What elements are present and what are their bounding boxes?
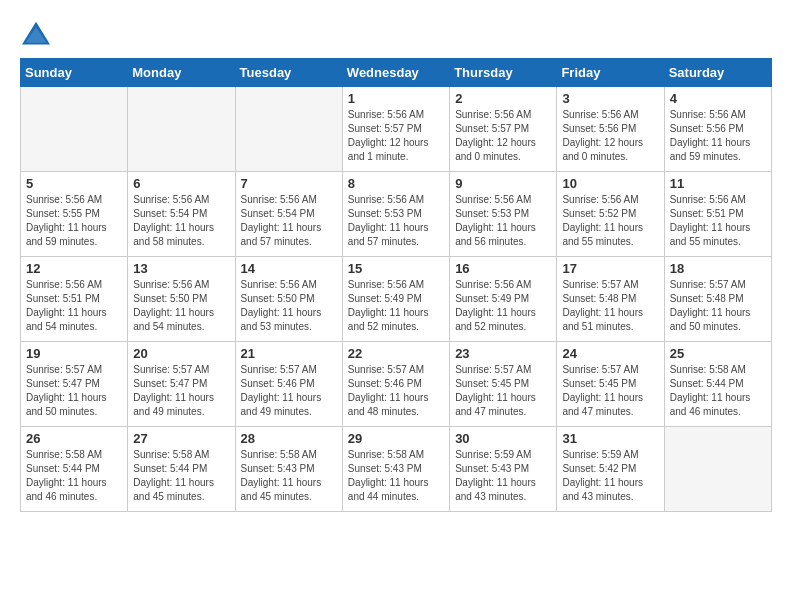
day-number: 14	[241, 261, 337, 276]
day-number: 5	[26, 176, 122, 191]
day-info: Sunrise: 5:58 AM Sunset: 5:44 PM Dayligh…	[670, 363, 766, 419]
day-info: Sunrise: 5:56 AM Sunset: 5:52 PM Dayligh…	[562, 193, 658, 249]
day-number: 3	[562, 91, 658, 106]
day-info: Sunrise: 5:56 AM Sunset: 5:50 PM Dayligh…	[133, 278, 229, 334]
day-number: 2	[455, 91, 551, 106]
day-info: Sunrise: 5:57 AM Sunset: 5:48 PM Dayligh…	[670, 278, 766, 334]
day-number: 23	[455, 346, 551, 361]
calendar-cell: 23Sunrise: 5:57 AM Sunset: 5:45 PM Dayli…	[450, 342, 557, 427]
day-number: 15	[348, 261, 444, 276]
day-info: Sunrise: 5:56 AM Sunset: 5:57 PM Dayligh…	[455, 108, 551, 164]
calendar-cell: 28Sunrise: 5:58 AM Sunset: 5:43 PM Dayli…	[235, 427, 342, 512]
day-info: Sunrise: 5:56 AM Sunset: 5:54 PM Dayligh…	[133, 193, 229, 249]
calendar-cell: 30Sunrise: 5:59 AM Sunset: 5:43 PM Dayli…	[450, 427, 557, 512]
day-info: Sunrise: 5:57 AM Sunset: 5:47 PM Dayligh…	[133, 363, 229, 419]
calendar-cell: 11Sunrise: 5:56 AM Sunset: 5:51 PM Dayli…	[664, 172, 771, 257]
day-info: Sunrise: 5:56 AM Sunset: 5:51 PM Dayligh…	[26, 278, 122, 334]
day-number: 8	[348, 176, 444, 191]
calendar-cell: 19Sunrise: 5:57 AM Sunset: 5:47 PM Dayli…	[21, 342, 128, 427]
day-info: Sunrise: 5:56 AM Sunset: 5:53 PM Dayligh…	[348, 193, 444, 249]
calendar-cell: 1Sunrise: 5:56 AM Sunset: 5:57 PM Daylig…	[342, 87, 449, 172]
calendar-cell: 8Sunrise: 5:56 AM Sunset: 5:53 PM Daylig…	[342, 172, 449, 257]
weekday-header: Tuesday	[235, 59, 342, 87]
calendar-cell: 4Sunrise: 5:56 AM Sunset: 5:56 PM Daylig…	[664, 87, 771, 172]
day-number: 25	[670, 346, 766, 361]
calendar-cell	[664, 427, 771, 512]
calendar-cell: 3Sunrise: 5:56 AM Sunset: 5:56 PM Daylig…	[557, 87, 664, 172]
weekday-header: Sunday	[21, 59, 128, 87]
calendar-cell: 16Sunrise: 5:56 AM Sunset: 5:49 PM Dayli…	[450, 257, 557, 342]
day-info: Sunrise: 5:56 AM Sunset: 5:53 PM Dayligh…	[455, 193, 551, 249]
day-number: 22	[348, 346, 444, 361]
calendar-cell: 9Sunrise: 5:56 AM Sunset: 5:53 PM Daylig…	[450, 172, 557, 257]
calendar-table: SundayMondayTuesdayWednesdayThursdayFrid…	[20, 58, 772, 512]
calendar-cell: 18Sunrise: 5:57 AM Sunset: 5:48 PM Dayli…	[664, 257, 771, 342]
calendar-cell: 10Sunrise: 5:56 AM Sunset: 5:52 PM Dayli…	[557, 172, 664, 257]
day-number: 21	[241, 346, 337, 361]
calendar-cell: 20Sunrise: 5:57 AM Sunset: 5:47 PM Dayli…	[128, 342, 235, 427]
day-number: 18	[670, 261, 766, 276]
day-number: 10	[562, 176, 658, 191]
day-info: Sunrise: 5:56 AM Sunset: 5:49 PM Dayligh…	[348, 278, 444, 334]
calendar-cell: 15Sunrise: 5:56 AM Sunset: 5:49 PM Dayli…	[342, 257, 449, 342]
day-info: Sunrise: 5:56 AM Sunset: 5:54 PM Dayligh…	[241, 193, 337, 249]
day-info: Sunrise: 5:58 AM Sunset: 5:44 PM Dayligh…	[133, 448, 229, 504]
weekday-header-row: SundayMondayTuesdayWednesdayThursdayFrid…	[21, 59, 772, 87]
week-row: 26Sunrise: 5:58 AM Sunset: 5:44 PM Dayli…	[21, 427, 772, 512]
calendar-cell: 2Sunrise: 5:56 AM Sunset: 5:57 PM Daylig…	[450, 87, 557, 172]
day-number: 7	[241, 176, 337, 191]
day-number: 9	[455, 176, 551, 191]
calendar-cell: 21Sunrise: 5:57 AM Sunset: 5:46 PM Dayli…	[235, 342, 342, 427]
week-row: 5Sunrise: 5:56 AM Sunset: 5:55 PM Daylig…	[21, 172, 772, 257]
day-info: Sunrise: 5:57 AM Sunset: 5:46 PM Dayligh…	[241, 363, 337, 419]
weekday-header: Wednesday	[342, 59, 449, 87]
day-info: Sunrise: 5:57 AM Sunset: 5:47 PM Dayligh…	[26, 363, 122, 419]
calendar-cell: 17Sunrise: 5:57 AM Sunset: 5:48 PM Dayli…	[557, 257, 664, 342]
calendar-cell	[128, 87, 235, 172]
day-number: 27	[133, 431, 229, 446]
day-info: Sunrise: 5:56 AM Sunset: 5:57 PM Dayligh…	[348, 108, 444, 164]
day-info: Sunrise: 5:56 AM Sunset: 5:50 PM Dayligh…	[241, 278, 337, 334]
week-row: 12Sunrise: 5:56 AM Sunset: 5:51 PM Dayli…	[21, 257, 772, 342]
day-info: Sunrise: 5:57 AM Sunset: 5:46 PM Dayligh…	[348, 363, 444, 419]
day-number: 30	[455, 431, 551, 446]
day-number: 26	[26, 431, 122, 446]
calendar-cell: 7Sunrise: 5:56 AM Sunset: 5:54 PM Daylig…	[235, 172, 342, 257]
weekday-header: Friday	[557, 59, 664, 87]
week-row: 1Sunrise: 5:56 AM Sunset: 5:57 PM Daylig…	[21, 87, 772, 172]
weekday-header: Monday	[128, 59, 235, 87]
day-number: 13	[133, 261, 229, 276]
day-info: Sunrise: 5:57 AM Sunset: 5:45 PM Dayligh…	[455, 363, 551, 419]
day-info: Sunrise: 5:57 AM Sunset: 5:48 PM Dayligh…	[562, 278, 658, 334]
calendar-cell: 24Sunrise: 5:57 AM Sunset: 5:45 PM Dayli…	[557, 342, 664, 427]
week-row: 19Sunrise: 5:57 AM Sunset: 5:47 PM Dayli…	[21, 342, 772, 427]
calendar-cell	[21, 87, 128, 172]
day-info: Sunrise: 5:58 AM Sunset: 5:43 PM Dayligh…	[348, 448, 444, 504]
day-info: Sunrise: 5:56 AM Sunset: 5:55 PM Dayligh…	[26, 193, 122, 249]
weekday-header: Thursday	[450, 59, 557, 87]
day-number: 17	[562, 261, 658, 276]
day-info: Sunrise: 5:58 AM Sunset: 5:44 PM Dayligh…	[26, 448, 122, 504]
day-number: 1	[348, 91, 444, 106]
calendar-cell: 14Sunrise: 5:56 AM Sunset: 5:50 PM Dayli…	[235, 257, 342, 342]
calendar-cell: 31Sunrise: 5:59 AM Sunset: 5:42 PM Dayli…	[557, 427, 664, 512]
day-number: 16	[455, 261, 551, 276]
calendar-cell: 27Sunrise: 5:58 AM Sunset: 5:44 PM Dayli…	[128, 427, 235, 512]
day-number: 29	[348, 431, 444, 446]
day-info: Sunrise: 5:58 AM Sunset: 5:43 PM Dayligh…	[241, 448, 337, 504]
day-info: Sunrise: 5:57 AM Sunset: 5:45 PM Dayligh…	[562, 363, 658, 419]
logo-icon	[20, 20, 52, 48]
calendar-cell	[235, 87, 342, 172]
day-number: 28	[241, 431, 337, 446]
day-info: Sunrise: 5:56 AM Sunset: 5:49 PM Dayligh…	[455, 278, 551, 334]
calendar-cell: 29Sunrise: 5:58 AM Sunset: 5:43 PM Dayli…	[342, 427, 449, 512]
day-number: 4	[670, 91, 766, 106]
day-info: Sunrise: 5:59 AM Sunset: 5:43 PM Dayligh…	[455, 448, 551, 504]
day-number: 24	[562, 346, 658, 361]
day-info: Sunrise: 5:56 AM Sunset: 5:56 PM Dayligh…	[562, 108, 658, 164]
calendar-cell: 13Sunrise: 5:56 AM Sunset: 5:50 PM Dayli…	[128, 257, 235, 342]
weekday-header: Saturday	[664, 59, 771, 87]
day-number: 6	[133, 176, 229, 191]
day-number: 12	[26, 261, 122, 276]
day-number: 31	[562, 431, 658, 446]
